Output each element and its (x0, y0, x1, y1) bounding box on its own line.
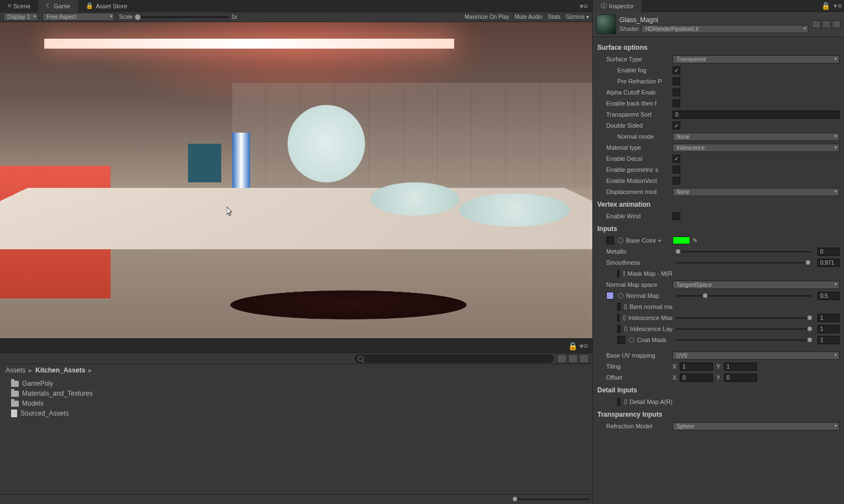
tab-inspector[interactable]: ⓘInspector (593, 0, 642, 12)
normal-map-field[interactable] (817, 292, 840, 300)
mask-map-texture-slot[interactable] (617, 270, 619, 277)
project-panel: 🔒 ▾≡ Assets ▸ Kitchen_Assets ▸ GamePo (0, 338, 592, 504)
enable-wind-checkbox[interactable] (673, 212, 680, 220)
material-preview[interactable] (596, 14, 616, 34)
scale-slider[interactable] (135, 16, 229, 18)
breadcrumb-root[interactable]: Assets (6, 366, 25, 374)
normal-space-dropdown[interactable]: TangentSpace (673, 281, 840, 289)
double-sided-checkbox[interactable] (673, 122, 680, 129)
alpha-cutoff-checkbox[interactable] (673, 88, 680, 96)
normal-map-texture-slot[interactable] (606, 292, 614, 300)
folder-icon (11, 391, 19, 397)
gear-icon[interactable] (832, 20, 841, 28)
list-item[interactable]: Models (6, 398, 587, 408)
material-name: Glass_Magni (619, 16, 809, 24)
coat-mask-texture-slot[interactable] (617, 336, 625, 344)
view-tabs: ⌗Scene ☾Game 🔒Asset Store ▾≡ (0, 0, 592, 12)
irid-layer-slider[interactable] (676, 328, 812, 330)
game-icon: ☾ (46, 2, 51, 9)
info-icon: ⓘ (601, 2, 607, 10)
stats-toggle[interactable]: Stats (548, 14, 561, 20)
scale-value: 1x (231, 14, 237, 20)
metallic-field[interactable] (817, 248, 840, 256)
shader-dropdown[interactable]: HDRenderPipeline/Lit (641, 25, 809, 33)
tab-asset-store[interactable]: 🔒Asset Store (78, 0, 135, 12)
enable-fog-checkbox[interactable] (673, 66, 680, 74)
coat-mask-field[interactable] (817, 336, 840, 344)
scale-label: Scale (119, 14, 133, 20)
filter-by-type-icon[interactable] (557, 354, 567, 363)
metallic-slider[interactable] (676, 251, 812, 253)
mute-audio-toggle[interactable]: Mute Audio (514, 14, 542, 20)
tiling-y-field[interactable] (724, 363, 757, 371)
project-search-input[interactable] (355, 354, 554, 363)
scene-icon: ⌗ (8, 2, 11, 9)
filter-by-label-icon[interactable] (568, 354, 578, 363)
header-icon-2[interactable] (822, 20, 831, 28)
irid-mask-slider[interactable] (676, 317, 812, 319)
material-type-dropdown[interactable]: Iridescence (673, 144, 840, 152)
irid-layer-field[interactable] (817, 325, 840, 333)
breadcrumb-current[interactable]: Kitchen_Assets (35, 366, 85, 374)
project-options-icon[interactable]: 🔒 ▾≡ (568, 342, 592, 350)
section-inputs: Inputs (597, 225, 840, 233)
irid-mask-field[interactable] (817, 314, 840, 322)
offset-x-field[interactable] (680, 374, 713, 382)
transparent-sort-field[interactable] (673, 111, 840, 119)
header-icon-1[interactable] (812, 20, 821, 28)
material-header: Glass_Magni Shader HDRenderPipeline/Lit (593, 12, 844, 37)
section-transparency-inputs: Transparency Inputs (597, 411, 840, 418)
smoothness-field[interactable] (817, 259, 840, 267)
inspector-options-icon[interactable]: ▾≡ (833, 2, 842, 10)
list-item[interactable]: Materials_and_Textures (6, 389, 587, 398)
refraction-model-dropdown[interactable]: Sphere (673, 422, 840, 431)
tab-options-icon[interactable]: ▾≡ (580, 2, 592, 11)
offset-y-field[interactable] (724, 374, 757, 382)
favorite-icon[interactable] (579, 354, 589, 363)
normal-mode-dropdown[interactable]: None (673, 133, 840, 141)
tab-game[interactable]: ☾Game (38, 0, 78, 12)
displacement-dropdown[interactable]: None (673, 188, 840, 196)
maximize-on-play-toggle[interactable]: Maximize On Play (465, 14, 509, 20)
base-color-swatch[interactable] (673, 237, 690, 244)
inspector-lock-icon[interactable]: 🔒 (821, 2, 830, 10)
detail-map-texture-slot[interactable] (617, 398, 621, 406)
tab-scene[interactable]: ⌗Scene (0, 0, 38, 12)
enable-motion-checkbox[interactable] (673, 177, 680, 185)
eyedropper-icon[interactable]: ✎ (692, 237, 697, 244)
bent-normal-texture-slot[interactable] (617, 303, 621, 311)
game-viewport[interactable] (0, 22, 592, 338)
lock-icon: 🔒 (86, 2, 93, 9)
irid-layer-texture-slot[interactable] (617, 325, 621, 333)
enable-geometric-checkbox[interactable] (673, 166, 680, 174)
smoothness-slider[interactable] (676, 262, 812, 264)
base-color-texture-slot[interactable] (606, 237, 614, 244)
aspect-dropdown[interactable]: Free Aspect (43, 13, 114, 21)
game-toolbar: Display 1 Free Aspect Scale 1x Maximize … (0, 12, 592, 22)
enable-decal-checkbox[interactable] (673, 155, 680, 162)
section-detail-inputs: Detail Inputs (597, 386, 840, 394)
thumbnail-size-slider[interactable] (512, 498, 589, 500)
tiling-x-field[interactable] (680, 363, 713, 371)
list-item[interactable]: GamePoly (6, 379, 587, 389)
base-uv-dropdown[interactable]: UV0 (673, 351, 840, 360)
surface-type-dropdown[interactable]: Transparent (673, 55, 840, 64)
list-item[interactable]: Sourced_Assets (6, 408, 587, 418)
breadcrumb: Assets ▸ Kitchen_Assets ▸ (0, 364, 592, 376)
display-dropdown[interactable]: Display 1 (3, 13, 38, 21)
shader-label: Shader (619, 25, 639, 32)
folder-icon (11, 381, 19, 387)
pre-refraction-checkbox[interactable] (673, 77, 680, 85)
search-icon (358, 356, 363, 361)
base-color-radio[interactable] (618, 238, 623, 243)
document-icon (11, 410, 17, 417)
section-surface-options: Surface options (597, 44, 840, 51)
file-list: GamePoly Materials_and_Textures Models S… (0, 376, 592, 494)
irid-mask-texture-slot[interactable] (617, 314, 619, 322)
cursor-icon (227, 207, 233, 217)
enable-back-checkbox[interactable] (673, 99, 680, 107)
section-vertex-animation: Vertex animation (597, 201, 840, 208)
normal-map-slider[interactable] (676, 295, 812, 297)
gizmos-dropdown[interactable]: Gizmos ▾ (566, 14, 589, 20)
coat-mask-slider[interactable] (676, 339, 812, 341)
